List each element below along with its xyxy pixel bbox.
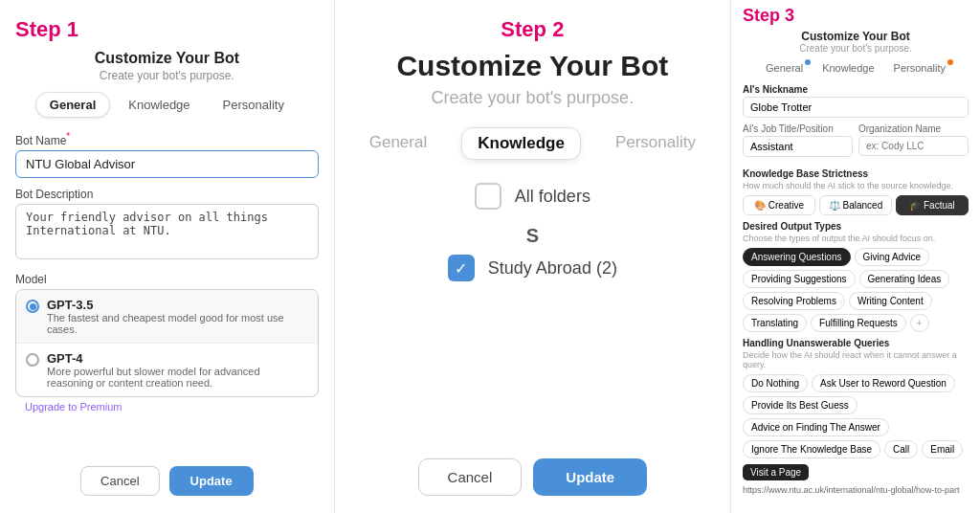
unanswerable-label: Handling Unanswerable Queries bbox=[743, 338, 969, 348]
radio-gpt35[interactable] bbox=[26, 300, 39, 313]
step2-tab-personality[interactable]: Personality bbox=[600, 127, 711, 160]
step3-header: Customize Your Bot Create your bot's pur… bbox=[743, 30, 969, 54]
strictness-label: Knowledge Base Strictness bbox=[743, 168, 969, 179]
radio-gpt4[interactable] bbox=[26, 353, 39, 367]
output-types-desc: Choose the types of output the AI should… bbox=[743, 234, 969, 243]
step3-title: Customize Your Bot bbox=[743, 30, 969, 43]
tab-knowledge[interactable]: Knowledge bbox=[114, 92, 204, 118]
org-name-label: Organization Name bbox=[858, 123, 969, 134]
step1-tabs: General Knowledge Personality bbox=[15, 92, 319, 118]
step1-title: Customize Your Bot bbox=[15, 50, 319, 67]
model-gpt35-desc: The fastest and cheapest model good for … bbox=[47, 312, 308, 335]
tag-fulfilling[interactable]: Fulfilling Requests bbox=[811, 314, 906, 332]
unanswerable-desc: Decide how the AI should react when it c… bbox=[743, 350, 969, 369]
model-gpt4-name: GPT-4 bbox=[47, 351, 308, 366]
step3-panel: Step 3 Customize Your Bot Create your bo… bbox=[731, 0, 980, 513]
all-folders-item[interactable]: All folders bbox=[354, 183, 711, 210]
strictness-row: 🎨 Creative ⚖️ Balanced 🎓 Factual bbox=[743, 195, 969, 215]
output-types-label: Desired Output Types bbox=[743, 221, 969, 232]
tag-best-guess[interactable]: Provide Its Best Guess bbox=[743, 396, 858, 414]
step2-btn-row: Cancel Update bbox=[418, 458, 648, 496]
step2-label: Step 2 bbox=[501, 17, 564, 42]
step2-title: Customize Your Bot bbox=[396, 50, 668, 82]
tag-call[interactable]: Call bbox=[884, 440, 918, 458]
upgrade-link[interactable]: Upgrade to Premium bbox=[15, 397, 319, 416]
step3-label: Step 3 bbox=[743, 6, 969, 26]
tab-general[interactable]: General bbox=[35, 92, 110, 118]
bot-name-group: Bot Name* bbox=[15, 131, 319, 178]
s3-tab-personality[interactable]: Personality bbox=[886, 59, 953, 77]
study-abroad-label: Study Abroad (2) bbox=[488, 258, 617, 279]
bot-desc-textarea[interactable]: Your friendly advisor on all things Inte… bbox=[15, 204, 319, 259]
step3-tabs: General Knowledge Personality bbox=[743, 59, 969, 77]
page-url: https://www.ntu.ac.uk/international/ntu-… bbox=[743, 485, 969, 495]
visit-page-button[interactable]: Visit a Page bbox=[743, 464, 809, 480]
step2-panel: Step 2 Customize Your Bot Create your bo… bbox=[335, 0, 731, 513]
model-section: GPT-3.5 The fastest and cheapest model g… bbox=[15, 289, 319, 397]
unanswerable-tags: Do Nothing Ask User to Reword Question P… bbox=[743, 374, 969, 458]
job-title-col: AI's Job Title/Position bbox=[743, 123, 853, 163]
step1-label: Step 1 bbox=[15, 17, 319, 42]
all-folders-label: All folders bbox=[515, 187, 590, 207]
model-gpt4-desc: More powerful but slower model for advan… bbox=[47, 366, 308, 389]
model-option-gpt4[interactable]: GPT-4 More powerful but slower model for… bbox=[16, 344, 318, 396]
step1-subtitle: Create your bot's purpose. bbox=[15, 69, 319, 82]
step2-tabs: General Knowledge Personality bbox=[354, 127, 711, 160]
tag-ignore-kb[interactable]: Ignore The Knowledge Base bbox=[743, 440, 880, 458]
model-gpt35-name: GPT-3.5 bbox=[47, 298, 308, 312]
general-dot bbox=[805, 59, 811, 65]
tab-personality[interactable]: Personality bbox=[209, 92, 299, 118]
tag-email[interactable]: Email bbox=[922, 440, 963, 458]
tag-resolving[interactable]: Resolving Problems bbox=[743, 292, 845, 310]
job-title-label: AI's Job Title/Position bbox=[743, 123, 853, 134]
strictness-creative[interactable]: 🎨 Creative bbox=[743, 195, 815, 215]
model-label: Model bbox=[15, 273, 319, 286]
step3-subtitle: Create your bot's purpose. bbox=[743, 43, 969, 54]
strictness-balanced[interactable]: ⚖️ Balanced bbox=[819, 195, 892, 215]
step2-subtitle: Create your bot's purpose. bbox=[432, 88, 635, 108]
s3-tab-general[interactable]: General bbox=[758, 59, 811, 77]
step2-tab-knowledge[interactable]: Knowledge bbox=[461, 127, 581, 160]
bot-name-input[interactable] bbox=[15, 150, 319, 178]
model-group: Model GPT-3.5 The fastest and cheapest m… bbox=[15, 273, 319, 416]
bot-desc-group: Bot Description Your friendly advisor on… bbox=[15, 188, 319, 263]
org-name-input[interactable] bbox=[858, 136, 969, 156]
step1-panel: Step 1 Customize Your Bot Create your bo… bbox=[0, 0, 335, 513]
tag-generating[interactable]: Generating Ideas bbox=[859, 270, 950, 288]
step1-update-button[interactable]: Update bbox=[169, 466, 254, 496]
tag-giving-advice[interactable]: Giving Advice bbox=[855, 248, 930, 266]
tag-answering[interactable]: Answering Questions bbox=[743, 248, 851, 266]
tag-reword[interactable]: Ask User to Reword Question bbox=[812, 374, 955, 392]
model-option-gpt35[interactable]: GPT-3.5 The fastest and cheapest model g… bbox=[16, 290, 318, 344]
s3-tab-knowledge[interactable]: Knowledge bbox=[814, 59, 881, 77]
tag-translating[interactable]: Translating bbox=[743, 314, 807, 332]
bot-name-label: Bot Name* bbox=[15, 131, 319, 147]
all-folders-checkbox[interactable] bbox=[475, 183, 501, 210]
tag-do-nothing[interactable]: Do Nothing bbox=[743, 374, 808, 392]
step2-tab-general[interactable]: General bbox=[354, 127, 442, 160]
job-org-row: AI's Job Title/Position Organization Nam… bbox=[743, 123, 969, 163]
org-name-col: Organization Name bbox=[858, 123, 969, 163]
output-types-tags: Answering Questions Giving Advice Provid… bbox=[743, 248, 969, 332]
step1-btn-row: Cancel Update bbox=[15, 457, 319, 496]
strictness-desc: How much should the AI stick to the sour… bbox=[743, 181, 969, 190]
job-title-input[interactable] bbox=[743, 136, 853, 157]
tag-advice-finding[interactable]: Advice on Finding The Answer bbox=[743, 418, 889, 436]
step2-cancel-button[interactable]: Cancel bbox=[418, 458, 523, 496]
step2-update-button[interactable]: Update bbox=[533, 458, 647, 496]
tag-writing[interactable]: Writing Content bbox=[849, 292, 932, 310]
section-label: S bbox=[354, 225, 711, 247]
tag-providing[interactable]: Providing Suggestions bbox=[743, 270, 856, 288]
study-abroad-item[interactable]: ✓ Study Abroad (2) bbox=[354, 255, 711, 281]
ai-nickname-label: AI's Nickname bbox=[743, 84, 969, 95]
tag-add[interactable]: + bbox=[910, 314, 929, 332]
bot-desc-label: Bot Description bbox=[15, 188, 319, 201]
study-abroad-checkbox[interactable]: ✓ bbox=[448, 255, 475, 281]
step1-cancel-button[interactable]: Cancel bbox=[80, 466, 159, 496]
strictness-factual[interactable]: 🎓 Factual bbox=[896, 195, 969, 215]
ai-nickname-input[interactable] bbox=[743, 97, 969, 118]
personality-dot bbox=[947, 59, 953, 65]
